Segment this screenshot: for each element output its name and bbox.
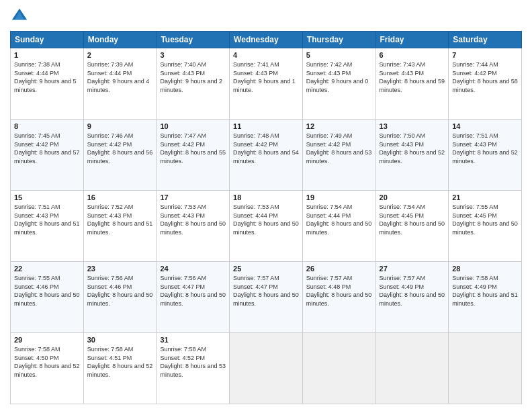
day-info: Sunrise: 7:38 AMSunset: 4:44 PMDaylight:… [14, 60, 80, 94]
day-info: Sunrise: 7:53 AMSunset: 4:43 PMDaylight:… [160, 203, 226, 236]
calendar-cell: 22 Sunrise: 7:55 AMSunset: 4:46 PMDaylig… [11, 262, 84, 333]
calendar-cell: 27 Sunrise: 7:57 AMSunset: 4:49 PMDaylig… [375, 262, 449, 333]
calendar-cell: 17 Sunrise: 7:53 AMSunset: 4:43 PMDaylig… [157, 191, 230, 262]
day-number: 7 [452, 51, 518, 59]
calendar-cell: 6 Sunrise: 7:43 AMSunset: 4:43 PMDayligh… [375, 48, 449, 120]
day-number: 18 [233, 193, 299, 201]
calendar-cell: 1 Sunrise: 7:38 AMSunset: 4:44 PMDayligh… [11, 48, 84, 120]
day-number: 26 [306, 265, 372, 273]
day-info: Sunrise: 7:52 AMSunset: 4:43 PMDaylight:… [87, 203, 153, 236]
calendar-header-sunday: Sunday [11, 32, 84, 48]
day-info: Sunrise: 7:58 AMSunset: 4:50 PMDaylight:… [14, 345, 80, 379]
day-number: 23 [87, 265, 153, 273]
calendar-cell: 10 Sunrise: 7:47 AMSunset: 4:42 PMDaylig… [157, 120, 230, 191]
calendar-header-row: SundayMondayTuesdayWednesdayThursdayFrid… [11, 32, 522, 48]
day-number: 20 [380, 193, 445, 201]
day-info: Sunrise: 7:54 AMSunset: 4:45 PMDaylight:… [380, 203, 445, 236]
day-number: 17 [160, 193, 226, 201]
calendar-header-saturday: Saturday [449, 32, 522, 48]
calendar-cell: 15 Sunrise: 7:51 AMSunset: 4:43 PMDaylig… [11, 191, 84, 262]
calendar-cell: 31 Sunrise: 7:58 AMSunset: 4:52 PMDaylig… [157, 333, 230, 404]
calendar-cell: 11 Sunrise: 7:48 AMSunset: 4:42 PMDaylig… [230, 120, 303, 191]
day-number: 27 [380, 265, 445, 273]
day-info: Sunrise: 7:58 AMSunset: 4:49 PMDaylight:… [452, 274, 518, 308]
calendar-header-thursday: Thursday [302, 32, 375, 48]
calendar-week-2: 8 Sunrise: 7:45 AMSunset: 4:42 PMDayligh… [11, 120, 522, 191]
calendar-cell: 29 Sunrise: 7:58 AMSunset: 4:50 PMDaylig… [11, 333, 84, 404]
calendar-cell: 5 Sunrise: 7:42 AMSunset: 4:43 PMDayligh… [302, 48, 375, 120]
calendar-header-friday: Friday [375, 32, 449, 48]
day-number: 8 [14, 122, 80, 130]
day-number: 21 [452, 193, 518, 201]
day-info: Sunrise: 7:41 AMSunset: 4:43 PMDaylight:… [233, 60, 299, 94]
day-number: 22 [14, 265, 80, 273]
day-number: 15 [14, 193, 80, 201]
day-info: Sunrise: 7:48 AMSunset: 4:42 PMDaylight:… [233, 132, 299, 165]
calendar-week-5: 29 Sunrise: 7:58 AMSunset: 4:50 PMDaylig… [11, 333, 522, 404]
day-number: 1 [14, 51, 80, 59]
header [10, 7, 522, 26]
day-number: 2 [87, 51, 153, 59]
calendar-week-1: 1 Sunrise: 7:38 AMSunset: 4:44 PMDayligh… [11, 48, 522, 120]
day-number: 10 [160, 122, 226, 130]
day-info: Sunrise: 7:39 AMSunset: 4:44 PMDaylight:… [87, 60, 153, 94]
day-number: 19 [306, 193, 372, 201]
day-info: Sunrise: 7:58 AMSunset: 4:52 PMDaylight:… [160, 345, 226, 379]
calendar-cell: 13 Sunrise: 7:50 AMSunset: 4:43 PMDaylig… [375, 120, 449, 191]
day-info: Sunrise: 7:54 AMSunset: 4:44 PMDaylight:… [306, 203, 372, 236]
day-number: 30 [87, 336, 153, 344]
calendar-header-tuesday: Tuesday [157, 32, 230, 48]
day-info: Sunrise: 7:55 AMSunset: 4:45 PMDaylight:… [452, 203, 518, 236]
day-number: 11 [233, 122, 299, 130]
calendar-cell: 24 Sunrise: 7:56 AMSunset: 4:47 PMDaylig… [157, 262, 230, 333]
day-info: Sunrise: 7:40 AMSunset: 4:43 PMDaylight:… [160, 60, 226, 94]
day-info: Sunrise: 7:50 AMSunset: 4:43 PMDaylight:… [380, 132, 445, 165]
day-number: 3 [160, 51, 226, 59]
calendar-cell: 7 Sunrise: 7:44 AMSunset: 4:42 PMDayligh… [449, 48, 522, 120]
calendar-cell: 4 Sunrise: 7:41 AMSunset: 4:43 PMDayligh… [230, 48, 303, 120]
day-number: 28 [452, 265, 518, 273]
calendar-cell [449, 333, 522, 404]
day-info: Sunrise: 7:43 AMSunset: 4:43 PMDaylight:… [380, 60, 445, 94]
day-info: Sunrise: 7:51 AMSunset: 4:43 PMDaylight:… [14, 203, 80, 236]
day-info: Sunrise: 7:58 AMSunset: 4:51 PMDaylight:… [87, 345, 153, 379]
day-number: 14 [452, 122, 518, 130]
day-number: 12 [306, 122, 372, 130]
logo [10, 7, 32, 26]
day-number: 5 [306, 51, 372, 59]
calendar-table: SundayMondayTuesdayWednesdayThursdayFrid… [10, 31, 522, 404]
day-number: 4 [233, 51, 299, 59]
calendar-cell: 12 Sunrise: 7:49 AMSunset: 4:42 PMDaylig… [302, 120, 375, 191]
day-number: 31 [160, 336, 226, 344]
page: SundayMondayTuesdayWednesdayThursdayFrid… [0, 0, 532, 411]
day-info: Sunrise: 7:51 AMSunset: 4:43 PMDaylight:… [452, 132, 518, 165]
calendar-cell: 30 Sunrise: 7:58 AMSunset: 4:51 PMDaylig… [83, 333, 157, 404]
calendar-week-4: 22 Sunrise: 7:55 AMSunset: 4:46 PMDaylig… [11, 262, 522, 333]
calendar-cell: 9 Sunrise: 7:46 AMSunset: 4:42 PMDayligh… [83, 120, 157, 191]
calendar-header-wednesday: Wednesday [230, 32, 303, 48]
day-info: Sunrise: 7:45 AMSunset: 4:42 PMDaylight:… [14, 132, 80, 165]
day-info: Sunrise: 7:57 AMSunset: 4:47 PMDaylight:… [233, 274, 299, 308]
day-info: Sunrise: 7:47 AMSunset: 4:42 PMDaylight:… [160, 132, 226, 165]
day-number: 13 [380, 122, 445, 130]
logo-icon [10, 7, 29, 26]
calendar-cell: 23 Sunrise: 7:56 AMSunset: 4:46 PMDaylig… [83, 262, 157, 333]
day-info: Sunrise: 7:42 AMSunset: 4:43 PMDaylight:… [306, 60, 372, 94]
calendar-cell: 21 Sunrise: 7:55 AMSunset: 4:45 PMDaylig… [449, 191, 522, 262]
day-info: Sunrise: 7:56 AMSunset: 4:46 PMDaylight:… [87, 274, 153, 308]
calendar-cell: 16 Sunrise: 7:52 AMSunset: 4:43 PMDaylig… [83, 191, 157, 262]
day-info: Sunrise: 7:44 AMSunset: 4:42 PMDaylight:… [452, 60, 518, 94]
day-info: Sunrise: 7:53 AMSunset: 4:44 PMDaylight:… [233, 203, 299, 236]
day-info: Sunrise: 7:55 AMSunset: 4:46 PMDaylight:… [14, 274, 80, 308]
calendar-cell [375, 333, 449, 404]
day-info: Sunrise: 7:49 AMSunset: 4:42 PMDaylight:… [306, 132, 372, 165]
calendar-cell: 14 Sunrise: 7:51 AMSunset: 4:43 PMDaylig… [449, 120, 522, 191]
calendar-header-monday: Monday [83, 32, 157, 48]
calendar-cell: 28 Sunrise: 7:58 AMSunset: 4:49 PMDaylig… [449, 262, 522, 333]
calendar-cell: 8 Sunrise: 7:45 AMSunset: 4:42 PMDayligh… [11, 120, 84, 191]
day-info: Sunrise: 7:46 AMSunset: 4:42 PMDaylight:… [87, 132, 153, 165]
day-number: 24 [160, 265, 226, 273]
calendar-cell: 19 Sunrise: 7:54 AMSunset: 4:44 PMDaylig… [302, 191, 375, 262]
day-number: 6 [380, 51, 445, 59]
calendar-cell [230, 333, 303, 404]
